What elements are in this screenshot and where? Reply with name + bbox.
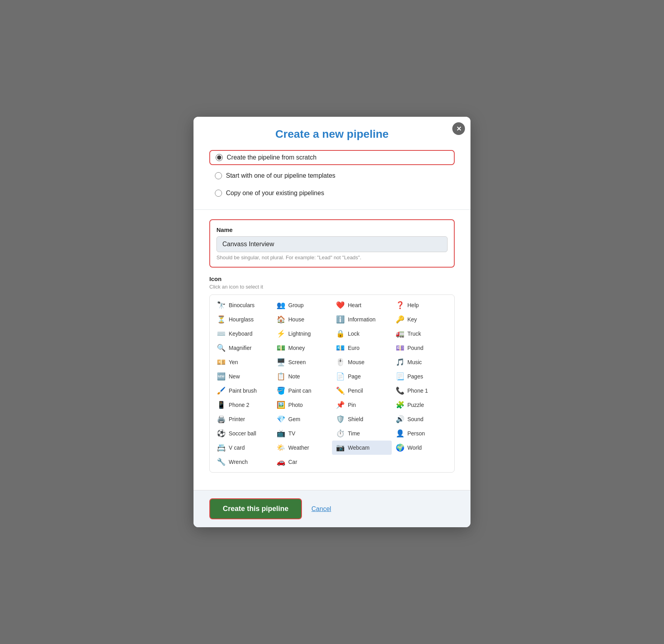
radio-copy[interactable]	[215, 190, 222, 197]
icon-item-magnifier[interactable]: 🔍Magnifier	[213, 341, 273, 355]
icon-label: Soccer ball	[229, 430, 256, 437]
icon-item-time[interactable]: ⏱️Time	[332, 426, 392, 441]
icon-item-weather[interactable]: 🌤️Weather	[273, 441, 332, 455]
icon-item-shield[interactable]: 🛡️Shield	[332, 412, 392, 426]
icon-item-information[interactable]: ℹ️Information	[332, 312, 392, 327]
icon-item-screen[interactable]: 🖥️Screen	[273, 355, 332, 369]
icon-emoji: 🔊	[396, 415, 404, 424]
icon-item-binoculars[interactable]: 🔭Binoculars	[213, 298, 273, 312]
icon-emoji: 👥	[277, 301, 285, 310]
modal-footer: Create this pipeline Cancel	[194, 490, 470, 527]
icon-emoji: 📷	[336, 443, 345, 452]
icon-item-printer[interactable]: 🖨️Printer	[213, 412, 273, 426]
icon-emoji: 🌤️	[277, 443, 285, 452]
icon-item-mouse[interactable]: 🖱️Mouse	[332, 355, 392, 369]
icon-item-yen[interactable]: 💴Yen	[213, 355, 273, 369]
icon-item-help[interactable]: ❓Help	[392, 298, 452, 312]
icon-item-photo[interactable]: 🖼️Photo	[273, 398, 332, 412]
icon-item-heart[interactable]: ❤️Heart	[332, 298, 392, 312]
icon-item-paint-brush[interactable]: 🖌️Paint brush	[213, 384, 273, 398]
icon-emoji: ✏️	[336, 386, 345, 395]
icon-item-pages[interactable]: 📃Pages	[392, 369, 452, 384]
close-button[interactable]: ✕	[452, 122, 465, 135]
icon-item-keyboard[interactable]: ⌨️Keyboard	[213, 327, 273, 341]
icon-label: Binoculars	[229, 302, 254, 308]
icon-item-sound[interactable]: 🔊Sound	[392, 412, 452, 426]
icon-emoji: 📌	[336, 401, 345, 409]
icon-item-truck[interactable]: 🚛Truck	[392, 327, 452, 341]
icon-item-group[interactable]: 👥Group	[273, 298, 332, 312]
icon-emoji: ⏳	[217, 315, 226, 324]
name-section: Name Should be singular, not plural. For…	[209, 219, 455, 268]
icon-item-world[interactable]: 🌍World	[392, 441, 452, 455]
icon-item-webcam[interactable]: 📷Webcam	[332, 441, 392, 455]
icon-emoji: 📃	[396, 372, 404, 381]
icon-item-euro[interactable]: 💶Euro	[332, 341, 392, 355]
icon-label: TV	[288, 430, 296, 437]
radio-template[interactable]	[215, 172, 222, 179]
pipeline-option-scratch[interactable]: Create the pipeline from scratch	[209, 150, 455, 165]
icon-item-money[interactable]: 💵Money	[273, 341, 332, 355]
icon-item-soccer-ball[interactable]: ⚽Soccer ball	[213, 426, 273, 441]
icon-emoji: 🛡️	[336, 415, 345, 424]
name-input[interactable]	[216, 236, 448, 252]
icon-emoji: 💷	[396, 344, 404, 352]
pipeline-option-template[interactable]: Start with one of our pipeline templates	[209, 169, 455, 182]
icon-label: Webcam	[348, 445, 370, 451]
icon-label: Person	[408, 430, 425, 437]
icon-item-tv[interactable]: 📺TV	[273, 426, 332, 441]
icon-emoji: 📋	[277, 372, 285, 381]
icon-item-house[interactable]: 🏠House	[273, 312, 332, 327]
icon-item-wrench[interactable]: 🔧Wrench	[213, 455, 273, 469]
icon-item-person[interactable]: 👤Person	[392, 426, 452, 441]
icon-item-lightning[interactable]: ⚡Lightning	[273, 327, 332, 341]
icon-item-puzzle[interactable]: 🧩Puzzle	[392, 398, 452, 412]
icon-label: Wrench	[229, 459, 248, 465]
option-label-template: Start with one of our pipeline templates	[226, 172, 336, 179]
icon-label: Truck	[408, 331, 421, 337]
icon-label: Pencil	[348, 388, 363, 394]
icon-item-lock[interactable]: 🔒Lock	[332, 327, 392, 341]
icon-item-key[interactable]: 🔑Key	[392, 312, 452, 327]
create-pipeline-button[interactable]: Create this pipeline	[209, 498, 302, 519]
icon-section-subtitle: Click an icon to select it	[209, 284, 455, 290]
icon-label: Pound	[408, 345, 423, 351]
icon-emoji: 🧩	[396, 401, 404, 409]
icon-item-hourglass[interactable]: ⏳Hourglass	[213, 312, 273, 327]
pipeline-option-copy[interactable]: Copy one of your existing pipelines	[209, 186, 455, 200]
icon-item-pencil[interactable]: ✏️Pencil	[332, 384, 392, 398]
icon-grid: 🔭Binoculars👥Group❤️Heart❓Help⏳Hourglass🏠…	[209, 294, 455, 473]
icon-emoji: 🪣	[277, 386, 285, 395]
name-label: Name	[216, 226, 448, 233]
icon-item-music[interactable]: 🎵Music	[392, 355, 452, 369]
icon-item-pin[interactable]: 📌Pin	[332, 398, 392, 412]
icon-label: New	[229, 373, 240, 380]
icon-item-car[interactable]: 🚗Car	[273, 455, 332, 469]
icon-item-gem[interactable]: 💎Gem	[273, 412, 332, 426]
icon-item-note[interactable]: 📋Note	[273, 369, 332, 384]
icon-label: Mouse	[348, 359, 364, 365]
icon-label: Yen	[229, 359, 238, 365]
modal-overlay: ✕ Create a new pipeline Create the pipel…	[0, 0, 664, 644]
icon-emoji: 💶	[336, 344, 345, 352]
icon-item-v-card[interactable]: 📇V card	[213, 441, 273, 455]
icon-label: Information	[348, 316, 376, 323]
icon-item-paint-can[interactable]: 🪣Paint can	[273, 384, 332, 398]
icon-item-new[interactable]: 🆕New	[213, 369, 273, 384]
radio-scratch[interactable]	[216, 154, 223, 161]
icon-label: World	[408, 445, 422, 451]
icon-emoji: 📞	[396, 386, 404, 395]
icon-emoji: ❓	[396, 301, 404, 310]
icon-item-page[interactable]: 📄Page	[332, 369, 392, 384]
icon-emoji: 📱	[217, 401, 226, 409]
icon-emoji: ⚽	[217, 429, 226, 438]
icon-emoji: ℹ️	[336, 315, 345, 324]
icon-section: Icon Click an icon to select it 🔭Binocul…	[209, 275, 455, 473]
name-hint: Should be singular, not plural. For exam…	[216, 255, 448, 260]
icon-item-phone-2[interactable]: 📱Phone 2	[213, 398, 273, 412]
icon-label: Weather	[288, 445, 309, 451]
icon-label: Sound	[408, 416, 423, 422]
icon-item-pound[interactable]: 💷Pound	[392, 341, 452, 355]
icon-item-phone-1[interactable]: 📞Phone 1	[392, 384, 452, 398]
cancel-button[interactable]: Cancel	[311, 505, 331, 513]
